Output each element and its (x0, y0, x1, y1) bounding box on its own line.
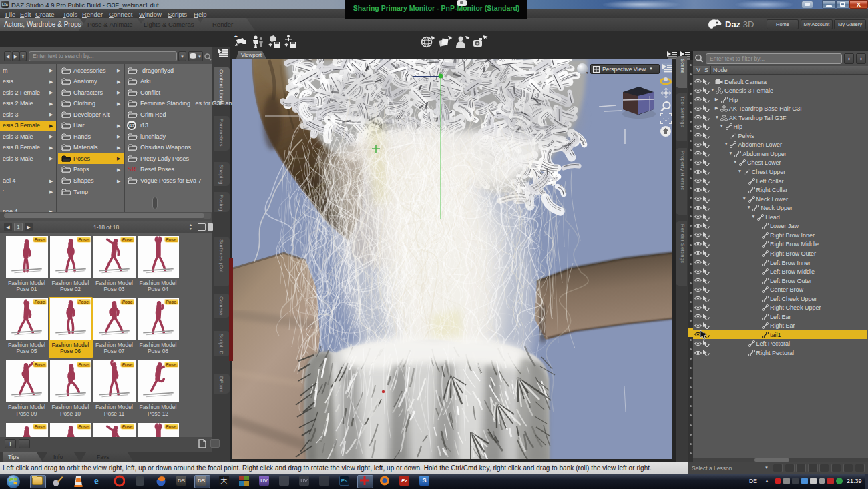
svg-text:+: + (234, 34, 238, 39)
